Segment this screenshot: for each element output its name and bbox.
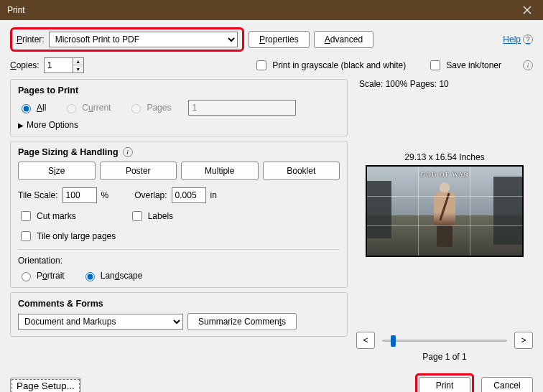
next-page-button[interactable]: > [514,332,533,349]
tile-scale-input[interactable] [62,187,97,203]
preview-meta: Scale: 100% Pages: 10 [356,79,533,89]
printer-label: Printer: [17,34,45,45]
sizing-group: Page Sizing & Handling i Size Poster Mul… [10,141,348,288]
info-icon[interactable]: i [523,60,533,70]
page-counter: Page 1 of 1 [356,352,533,362]
info-icon[interactable]: i [123,147,133,157]
tile-only-check[interactable]: Tile only large pages [18,229,340,243]
printer-select[interactable]: Microsoft Print to PDF [49,32,238,47]
radio-portrait[interactable]: Portrait [18,270,65,281]
overlap-input[interactable] [172,187,206,203]
page-setup-button[interactable]: Page Setup... [10,378,81,393]
booklet-button[interactable]: Booklet [263,162,340,180]
tile-scale-label: Tile Scale: [18,190,58,200]
radio-pages[interactable]: Pages [128,102,171,113]
overlap-label: Overlap: [134,190,167,200]
zoom-slider[interactable] [382,340,507,342]
copies-label: Copies: [10,60,40,70]
comments-select[interactable]: Document and Markups [18,314,183,330]
print-highlight: Print [415,373,474,392]
close-icon [523,6,532,14]
printer-highlight: Printer: Microsoft Print to PDF [10,27,244,52]
preview-logo: GOD OF WAR [420,171,469,178]
cancel-button[interactable]: Cancel [481,377,533,392]
save-ink-check[interactable]: Save ink/toner [427,58,501,73]
comments-title: Comments & Forms [18,299,340,309]
help-link[interactable]: Help ? [503,34,533,45]
radio-all[interactable]: All [18,102,46,113]
copies-input[interactable] [44,57,73,73]
radio-current[interactable]: Current [63,102,111,113]
pages-title: Pages to Print [18,85,340,95]
grayscale-label: Print in grayscale (black and white) [272,60,406,70]
orientation-title: Orientation: [18,256,340,266]
overlap-unit: in [210,190,217,200]
percent-label: % [101,190,109,200]
poster-button[interactable]: Poster [100,162,177,180]
multiple-button[interactable]: Multiple [181,162,259,180]
chevron-right-icon: ▶ [18,121,24,129]
titlebar: Print [0,0,543,20]
window-title: Print [7,5,25,15]
print-button[interactable]: Print [419,377,470,392]
more-options-toggle[interactable]: ▶ More Options [18,120,340,130]
pages-to-print-group: Pages to Print All Current Pages [10,79,348,136]
summarize-button[interactable]: Summarize Comments [187,313,297,330]
cut-marks-check[interactable]: Cut marks [18,209,76,223]
help-icon: ? [523,34,533,45]
prev-page-button[interactable]: < [356,332,375,349]
spinner-buttons[interactable]: ▲▼ [73,57,84,73]
preview-dimensions: 29.13 x 16.54 Inches [356,152,533,162]
preview-thumbnail: GOD OF WAR [366,165,524,257]
save-ink-label: Save ink/toner [446,60,501,70]
close-button[interactable] [511,0,543,20]
sizing-title: Page Sizing & Handling [18,147,119,157]
copies-spinner[interactable]: ▲▼ [44,57,84,73]
pages-range-input [188,100,296,116]
comments-group: Comments & Forms Document and Markups Su… [10,292,348,337]
labels-check[interactable]: Labels [129,209,173,223]
size-button[interactable]: Size [18,162,96,180]
help-label: Help [503,34,521,45]
properties-button[interactable]: Properties [249,31,310,48]
radio-landscape[interactable]: Landscape [82,270,143,281]
grayscale-check[interactable]: Print in grayscale (black and white) [254,58,406,73]
advanced-button[interactable]: Advanced [314,31,373,48]
